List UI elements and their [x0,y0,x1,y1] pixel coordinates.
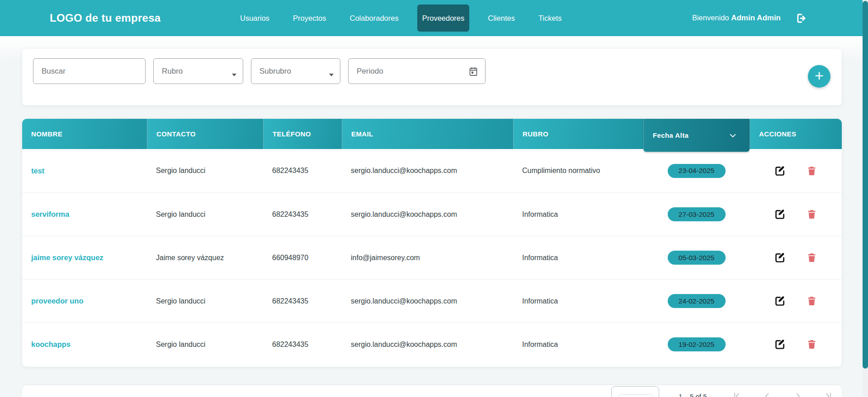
phone-cell: 682243435 [263,149,342,192]
nav-item-proveedores[interactable]: Proveedores [417,5,470,32]
phone-cell: 682243435 [263,323,342,366]
rubro-cell: Informatica [513,323,643,366]
delete-icon[interactable] [806,339,817,350]
contact-cell: Sergio landucci [147,149,263,192]
calendar-icon[interactable] [468,66,479,77]
next-page-button[interactable] [791,389,805,397]
delete-icon[interactable] [806,252,817,263]
edit-icon[interactable] [774,208,786,220]
top-navbar: LOGO de tu empresa Usuarios Proyectos Co… [0,0,868,36]
previous-page-button[interactable] [760,389,774,397]
main-nav-menu: Usuarios Proyectos Colaboradores Proveed… [235,0,567,36]
email-cell: sergio.landucci@koochapps.com [342,149,513,192]
periodo-field[interactable] [348,58,486,84]
current-user-name: Admin Admin [731,14,781,22]
column-header-nombre[interactable]: NOMBRE [22,119,147,149]
subrubro-select[interactable]: Subrubro [251,58,340,84]
contact-cell: Sergio landucci [147,193,263,236]
page-size-select[interactable] [611,386,659,397]
nav-item-proyectos[interactable]: Proyectos [288,5,331,32]
email-cell: sergio.landucci@koochapps.com [342,193,513,236]
fecha-alta-badge: 24-02-2025 [668,294,726,308]
rubro-select-label: Rubro [162,67,183,76]
provider-name-link[interactable]: jaime sorey vázquez [31,253,104,262]
paginator: 1 – 5 of 5 [22,385,842,397]
email-cell: sergio.landucci@koochapps.com [342,280,513,322]
phone-cell: 682243435 [263,193,342,236]
search-input[interactable] [42,67,139,76]
table-row: proveedor uno Sergio landucci 682243435 … [22,279,842,322]
column-header-rubro[interactable]: RUBRO [513,119,643,149]
scrollbar-thumb[interactable] [863,1,868,369]
sort-chevron-icon [728,131,738,140]
fecha-alta-header-label: Fecha Alta [653,131,689,139]
add-provider-button[interactable]: + [808,65,830,88]
chevron-down-icon [232,74,236,76]
nav-item-colaboradores[interactable]: Colaboradores [344,5,403,32]
table-header-row: NOMBRE CONTACTO TELÉFONO EMAIL RUBRO Fec… [22,119,842,149]
provider-name-link[interactable]: proveedor uno [31,297,84,305]
edit-icon[interactable] [774,295,786,307]
edit-icon[interactable] [774,252,786,264]
provider-name-link[interactable]: koochapps [31,340,71,349]
filters-card: Rubro Subrubro + [22,49,842,105]
rubro-cell: Informatica [513,193,643,236]
page-size-value-box [618,394,653,397]
logout-icon [794,12,807,24]
fecha-alta-badge: 05-03-2025 [668,251,726,265]
delete-icon[interactable] [806,209,817,220]
fecha-alta-badge: 19-02-2025 [668,337,726,351]
table-row: koochapps Sergio landucci 682243435 serg… [22,322,842,366]
rubro-cell: Cumplimiento normativo [513,149,643,192]
rubro-cell: Informatica [513,280,643,322]
nav-item-usuarios[interactable]: Usuarios [235,5,274,32]
email-cell: sergio.landucci@koochapps.com [342,323,513,366]
rubro-cell: Informatica [513,236,643,279]
edit-icon[interactable] [774,338,786,350]
column-header-contacto[interactable]: CONTACTO [147,119,263,149]
table-row: jaime sorey vázquez Jaime sorey vázquez … [22,236,842,279]
column-header-fecha-alta[interactable]: Fecha Alta [643,119,750,152]
rubro-select[interactable]: Rubro [153,58,243,84]
edit-icon[interactable] [774,165,786,177]
first-page-button[interactable] [729,389,744,397]
subrubro-select-label: Subrubro [259,67,291,76]
email-cell: info@jaimesorey.com [342,236,513,279]
welcome-text: Bienvenido Admin Admin [692,14,781,23]
fecha-alta-badge: 27-03-2025 [668,207,726,221]
fecha-alta-badge: 23-04-2025 [668,164,726,178]
chevron-down-icon [329,74,334,76]
table-row: test Sergio landucci 682243435 sergio.la… [22,149,842,192]
provider-name-link[interactable]: serviforma [31,210,69,219]
table-row: serviforma Sergio landucci 682243435 ser… [22,192,842,236]
contact-cell: Sergio landucci [147,323,263,366]
logout-button[interactable] [794,12,807,24]
column-header-acciones: ACCIONES [750,119,842,149]
column-header-telefono[interactable]: TELÉFONO [263,119,342,149]
phone-cell: 682243435 [263,280,342,322]
periodo-input[interactable] [357,67,468,76]
page-range-label: 1 – 5 of 5 [679,392,707,397]
last-page-button[interactable] [821,389,836,397]
contact-cell: Jaime sorey vázquez [147,236,263,279]
delete-icon[interactable] [806,165,817,177]
providers-table: NOMBRE CONTACTO TELÉFONO EMAIL RUBRO Fec… [22,119,842,367]
provider-name-link[interactable]: test [31,167,44,175]
column-header-email[interactable]: EMAIL [342,119,513,149]
delete-icon[interactable] [806,295,817,307]
nav-item-tickets[interactable]: Tickets [533,5,567,32]
phone-cell: 660948970 [263,236,342,279]
company-logo: LOGO de tu empresa [50,12,160,24]
nav-item-clientes[interactable]: Clientes [483,5,520,32]
scrollbar-track[interactable] [863,0,868,397]
search-field[interactable] [33,58,146,84]
contact-cell: Sergio landucci [147,280,263,322]
